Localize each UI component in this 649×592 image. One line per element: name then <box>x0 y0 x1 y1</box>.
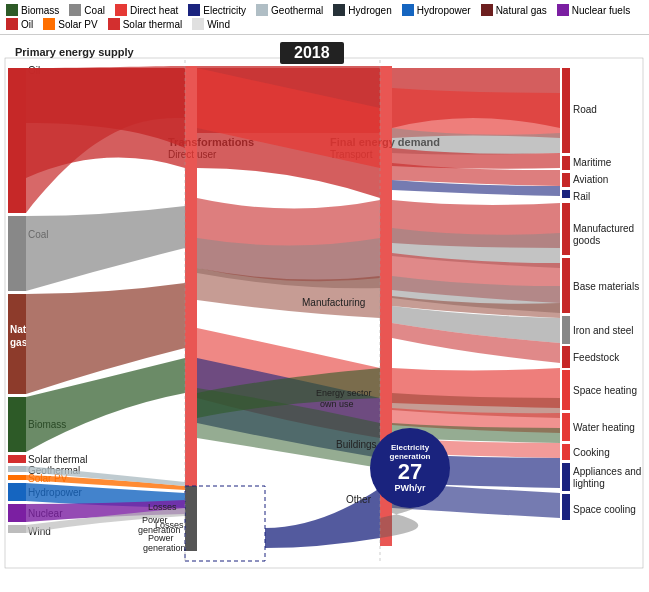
sankey-diagram: Primary energy supply Transformations Di… <box>0 38 649 592</box>
legend-label-hydrogen: Hydrogen <box>348 5 391 16</box>
mfg-goods-label2: goods <box>573 235 600 246</box>
legend-label-electricity: Electricity <box>203 5 246 16</box>
electricity-generation-badge: Electricity generation 27 PWh/yr <box>370 428 450 508</box>
primary-label: Primary energy supply <box>15 46 134 58</box>
rail-label: Rail <box>573 191 590 202</box>
legend-label-solar-pv: Solar PV <box>58 19 97 30</box>
solar-thermal-node <box>8 455 26 463</box>
maritime-label: Maritime <box>573 157 612 168</box>
iron-steel-node <box>562 316 570 344</box>
space-heating-node <box>562 370 570 410</box>
power-gen-label2: generation <box>143 543 186 553</box>
road-label: Road <box>573 104 597 115</box>
legend-item-hydropower: Hydropower <box>402 4 471 16</box>
svg-text:Other: Other <box>346 494 372 505</box>
water-heating-label: Water heating <box>573 422 635 433</box>
appliances-label2: lighting <box>573 478 605 489</box>
svg-text:own use: own use <box>320 399 354 409</box>
natural-gas-label2: gas <box>10 337 28 348</box>
hydropower-node <box>8 483 26 501</box>
svg-text:Losses: Losses <box>148 502 177 512</box>
geothermal-node <box>8 466 26 472</box>
year-badge: 2018 <box>280 42 344 64</box>
legend-label-nuclear: Nuclear fuels <box>572 5 630 16</box>
coal-node <box>8 216 26 291</box>
svg-text:Energy sector: Energy sector <box>316 388 372 398</box>
solar-pv-node <box>8 475 26 480</box>
iron-steel-label: Iron and steel <box>573 325 634 336</box>
legend-label-coal: Coal <box>84 5 105 16</box>
geothermal-swatch <box>256 4 268 16</box>
water-heating-node <box>562 413 570 441</box>
wind-swatch <box>192 18 204 30</box>
legend-label-natural-gas: Natural gas <box>496 5 547 16</box>
base-mat-label: Base materials <box>573 281 639 292</box>
aviation-label: Aviation <box>573 174 608 185</box>
oil-node <box>8 68 26 213</box>
legend-item-coal: Coal <box>69 4 105 16</box>
legend-label-solar-thermal: Solar thermal <box>123 19 182 30</box>
elec-value: 27 <box>398 461 422 483</box>
mfg-goods-node <box>562 203 570 255</box>
mfg-goods-label: Manufactured <box>573 223 634 234</box>
cooking-label: Cooking <box>573 447 610 458</box>
chart-area: Primary energy supply Transformations Di… <box>0 38 649 588</box>
svg-text:Buildings: Buildings <box>336 439 377 450</box>
space-cooling-node <box>562 494 570 520</box>
base-mat-node <box>562 258 570 313</box>
direct-heat-swatch <box>115 4 127 16</box>
legend-label-oil: Oil <box>21 19 33 30</box>
elec-unit: PWh/yr <box>394 483 425 493</box>
solar-thermal-swatch <box>108 18 120 30</box>
solar-pv-swatch <box>43 18 55 30</box>
legend-item-solar-pv: Solar PV <box>43 18 97 30</box>
legend-item-biomass: Biomass <box>6 4 59 16</box>
legend-item-hydrogen: Hydrogen <box>333 4 391 16</box>
wind-node <box>8 525 26 533</box>
aviation-node <box>562 173 570 187</box>
hydropower-swatch <box>402 4 414 16</box>
oil-swatch <box>6 18 18 30</box>
electricity-swatch <box>188 4 200 16</box>
solar-thermal-label: Solar thermal <box>28 454 87 465</box>
elec-line1: Electricity <box>391 443 429 452</box>
legend-item-solar-thermal: Solar thermal <box>108 18 182 30</box>
legend-item-nuclear: Nuclear fuels <box>557 4 630 16</box>
legend-item-oil: Oil <box>6 18 33 30</box>
legend-label-biomass: Biomass <box>21 5 59 16</box>
power-gen-node <box>185 486 197 551</box>
appliances-node <box>562 463 570 491</box>
nuclear-node <box>8 504 26 522</box>
feedstock-label: Feedstock <box>573 352 620 363</box>
svg-text:Manufacturing: Manufacturing <box>302 297 365 308</box>
natural-gas-swatch <box>481 4 493 16</box>
cooking-node <box>562 444 570 460</box>
legend-item-electricity: Electricity <box>188 4 246 16</box>
svg-text:Power: Power <box>142 515 168 525</box>
legend-label-direct-heat: Direct heat <box>130 5 178 16</box>
rail-node <box>562 190 570 198</box>
svg-text:generation: generation <box>138 525 181 535</box>
hydrogen-swatch <box>333 4 345 16</box>
space-cooling-label: Space cooling <box>573 504 636 515</box>
legend: Biomass Coal Direct heat Electricity Geo… <box>0 0 649 35</box>
space-heating-label: Space heating <box>573 385 637 396</box>
biomass-node <box>8 397 26 452</box>
legend-item-wind: Wind <box>192 18 230 30</box>
appliances-label: Appliances and <box>573 466 641 477</box>
biomass-swatch <box>6 4 18 16</box>
legend-label-geothermal: Geothermal <box>271 5 323 16</box>
feedstock-node <box>562 346 570 368</box>
maritime-node <box>562 156 570 170</box>
legend-label-wind: Wind <box>207 19 230 30</box>
nuclear-swatch <box>557 4 569 16</box>
coal-swatch <box>69 4 81 16</box>
legend-label-hydropower: Hydropower <box>417 5 471 16</box>
legend-item-natural-gas: Natural gas <box>481 4 547 16</box>
legend-item-direct-heat: Direct heat <box>115 4 178 16</box>
legend-item-geothermal: Geothermal <box>256 4 323 16</box>
road-node <box>562 68 570 153</box>
transformations-bar <box>185 66 197 486</box>
